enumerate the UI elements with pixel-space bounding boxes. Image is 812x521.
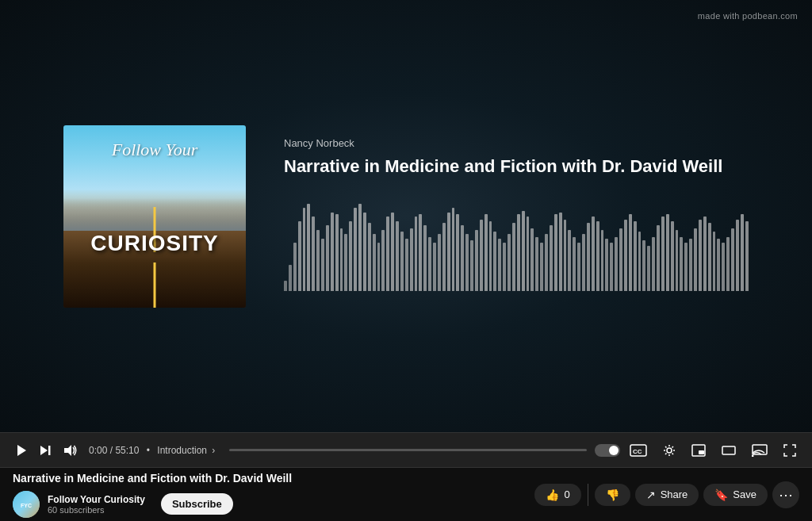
- waveform-bar: [349, 221, 352, 291]
- waveform-bar: [503, 243, 506, 291]
- waveform-bar: [713, 232, 716, 291]
- settings-button[interactable]: [657, 444, 682, 457]
- cast-button[interactable]: [745, 444, 774, 457]
- waveform-bar: [530, 228, 534, 291]
- time-display: 0:00 / 55:10 • Introduction ›: [82, 445, 221, 456]
- waveform-bar: [657, 225, 660, 291]
- fullscreen-button[interactable]: [777, 444, 802, 457]
- waveform-bar: [512, 223, 515, 291]
- dislike-button[interactable]: 👎: [595, 484, 630, 506]
- waveform-bar: [312, 216, 315, 291]
- save-button[interactable]: 🔖 Save: [703, 484, 768, 506]
- podcast-info: Nancy Norbeck Narrative in Medicine and …: [284, 137, 749, 296]
- svg-text:CC: CC: [633, 448, 642, 455]
- channel-row: FYC Follow Your Curiosity 60 subscribers…: [13, 491, 534, 518]
- watermark: made with podbean.com: [698, 11, 798, 21]
- thumbs-down-icon: 👎: [606, 488, 619, 501]
- waveform-bar: [554, 214, 557, 291]
- waveform-bar: [391, 213, 394, 291]
- more-options-button[interactable]: ⋯: [772, 481, 799, 508]
- waveform-bar: [354, 208, 357, 291]
- waveform-bar: [508, 234, 511, 291]
- like-dislike-separator: [588, 484, 588, 506]
- waveform-bar: [373, 234, 376, 291]
- waveform-bar: [540, 243, 543, 291]
- waveform-bar: [284, 281, 287, 291]
- waveform-bar: [601, 230, 604, 291]
- waveform-bar: [465, 234, 469, 291]
- waveform-bar: [689, 239, 692, 291]
- waveform-bar: [610, 243, 613, 291]
- waveform-bar: [684, 243, 688, 291]
- subscribe-button[interactable]: Subscribe: [161, 493, 233, 515]
- waveform-bar: [493, 232, 496, 291]
- channel-avatar[interactable]: FYC: [13, 491, 40, 518]
- waveform-bar: [358, 204, 362, 291]
- waveform-bar: [442, 223, 446, 291]
- waveform-bar: [321, 239, 324, 291]
- waveform-bar: [596, 221, 599, 291]
- waveform-bar: [592, 216, 595, 291]
- volume-button[interactable]: [59, 444, 82, 457]
- cover-title-bottom: CURIOSITY: [63, 232, 246, 256]
- waveform-bar: [717, 239, 720, 291]
- podcast-title: Narrative in Medicine and Fiction with D…: [284, 155, 749, 178]
- waveform-bar: [694, 228, 697, 291]
- waveform-bar: [423, 225, 427, 291]
- bottom-right: 👍 0 👎 ↗ Share 🔖 Save ⋯: [534, 481, 799, 508]
- share-button[interactable]: ↗ Share: [635, 484, 699, 506]
- next-button[interactable]: [33, 444, 59, 457]
- controls-bar: 0:00 / 55:10 • Introduction › CC: [0, 432, 812, 467]
- waveform-bar: [582, 234, 585, 291]
- waveform-bar: [331, 213, 334, 291]
- svg-marker-3: [64, 445, 71, 456]
- podcast-author: Nancy Norbeck: [284, 137, 749, 149]
- waveform-bar: [564, 220, 567, 291]
- channel-name[interactable]: Follow Your Curiosity: [48, 494, 145, 505]
- bottom-bar: Narrative in Medicine and Fiction with D…: [0, 467, 812, 521]
- waveform-bar: [344, 234, 347, 291]
- waveform-bar: [485, 214, 488, 291]
- waveform-bar: [517, 214, 520, 291]
- waveform-bar: [559, 213, 562, 291]
- waveform-bar: [619, 228, 622, 291]
- waveform-bar: [428, 237, 431, 291]
- autoplay-toggle[interactable]: [595, 444, 620, 457]
- waveform-bar: [605, 239, 608, 291]
- waveform-bar: [381, 230, 385, 291]
- theater-button[interactable]: [715, 444, 742, 457]
- waveform[interactable]: [284, 200, 749, 295]
- waveform-bar: [726, 237, 730, 291]
- cover-title-top: Follow Your: [112, 140, 198, 160]
- waveform-bar: [629, 214, 632, 291]
- waveform-bar: [638, 232, 642, 291]
- progress-bar[interactable]: [229, 449, 587, 451]
- cc-button[interactable]: CC: [623, 444, 653, 457]
- waveform-bar: [642, 240, 645, 291]
- svg-text:FYC: FYC: [21, 503, 32, 508]
- waveform-bar: [307, 204, 310, 291]
- svg-point-11: [752, 454, 754, 457]
- waveform-bar: [587, 223, 590, 291]
- waveform-bar: [396, 221, 399, 291]
- subscriber-count: 60 subscribers: [48, 505, 145, 515]
- waveform-bar: [461, 225, 464, 291]
- svg-rect-2: [48, 446, 51, 455]
- waveform-bar: [708, 223, 711, 291]
- waveform-bar: [438, 234, 441, 291]
- waveform-bar: [289, 265, 292, 291]
- waveform-bar: [535, 237, 538, 291]
- waveform-bar: [745, 221, 749, 291]
- like-button[interactable]: 👍 0: [534, 484, 580, 506]
- waveform-bar: [293, 243, 297, 291]
- waveform-bar: [480, 220, 483, 291]
- waveform-bar: [722, 243, 725, 291]
- miniplayer-button[interactable]: [685, 444, 712, 457]
- waveform-bar: [498, 239, 501, 291]
- bottom-video-title: Narrative in Medicine and Fiction with D…: [13, 472, 534, 485]
- waveform-bar: [527, 216, 530, 291]
- play-button[interactable]: [10, 444, 33, 457]
- waveform-bar: [736, 220, 739, 291]
- waveform-bar: [456, 214, 459, 291]
- waveform-bar: [415, 216, 418, 291]
